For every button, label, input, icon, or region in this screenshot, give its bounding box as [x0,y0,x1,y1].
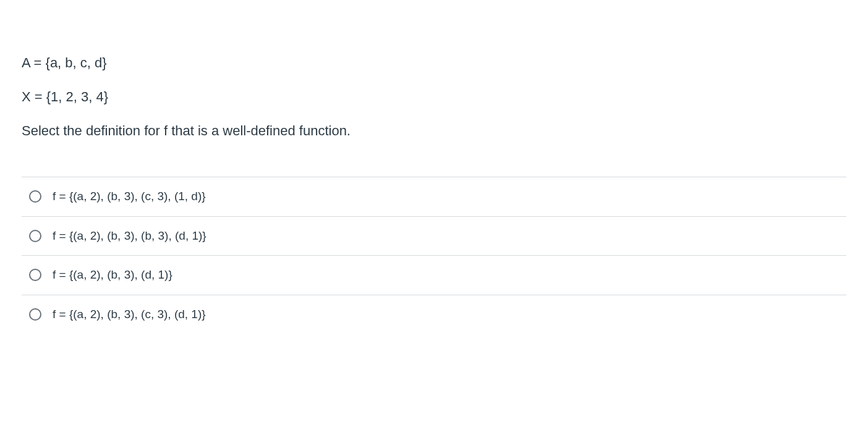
option-label: f = {(a, 2), (b, 3), (c, 3), (1, d)} [53,188,206,205]
option-label: f = {(a, 2), (b, 3), (d, 1)} [53,267,172,284]
radio-icon[interactable] [29,230,41,242]
option-2[interactable]: f = {(a, 2), (b, 3), (b, 3), (d, 1)} [22,217,846,256]
option-1[interactable]: f = {(a, 2), (b, 3), (c, 3), (1, d)} [22,177,846,217]
question-stem: A = {a, b, c, d} X = {1, 2, 3, 4} Select… [22,53,846,141]
question-container: A = {a, b, c, d} X = {1, 2, 3, 4} Select… [0,0,868,334]
option-4[interactable]: f = {(a, 2), (b, 3), (c, 3), (d, 1)} [22,295,846,334]
option-3[interactable]: f = {(a, 2), (b, 3), (d, 1)} [22,256,846,295]
question-prompt: Select the definition for f that is a we… [22,120,846,141]
radio-icon[interactable] [29,190,41,203]
radio-icon[interactable] [29,269,41,281]
set-a-definition: A = {a, b, c, d} [22,53,846,73]
option-label: f = {(a, 2), (b, 3), (b, 3), (d, 1)} [53,228,206,245]
options-list: f = {(a, 2), (b, 3), (c, 3), (1, d)} f =… [22,177,846,334]
option-label: f = {(a, 2), (b, 3), (c, 3), (d, 1)} [53,306,206,323]
set-x-definition: X = {1, 2, 3, 4} [22,86,846,107]
radio-icon[interactable] [29,308,41,321]
